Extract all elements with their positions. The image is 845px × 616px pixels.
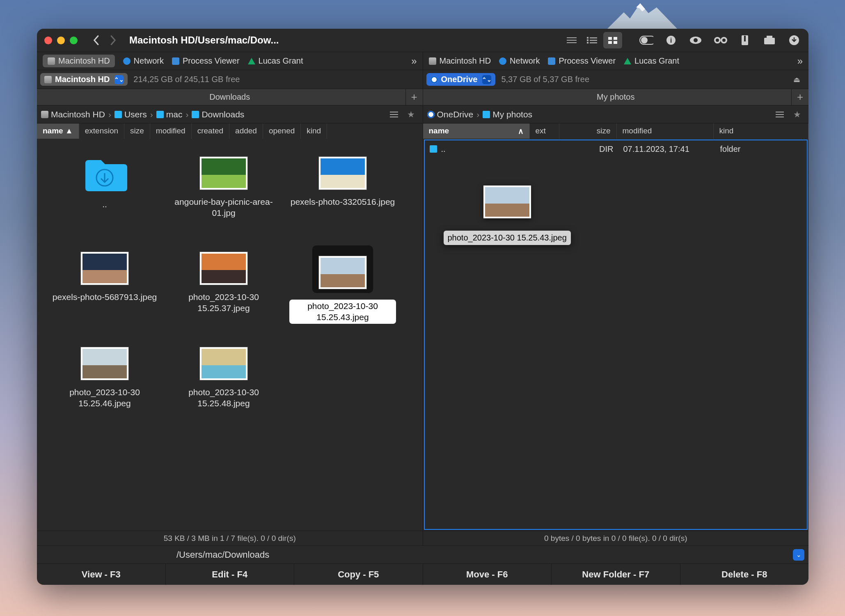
list-row[interactable]: ..DIR07.11.2023, 17:41folder — [425, 140, 807, 158]
view-columns-button[interactable] — [583, 32, 602, 48]
column-header-ext[interactable]: ext — [530, 124, 559, 139]
pane-right[interactable]: ..DIR07.11.2023, 17:41folder photo_2023-… — [423, 139, 809, 531]
thumbnail — [319, 256, 366, 289]
nav-forward-button[interactable] — [105, 33, 120, 48]
favorites-overflow[interactable]: » — [797, 55, 803, 67]
file-item[interactable]: angourie-bay-picnic-area-01.jpg — [164, 150, 283, 245]
file-label: pexels-photo-3320516.jpeg — [291, 196, 395, 207]
close-button[interactable] — [44, 37, 52, 44]
favorite-process-viewer[interactable]: Process Viewer — [172, 56, 240, 66]
list-mode-icon[interactable] — [772, 107, 787, 122]
drive-selector-right[interactable]: OneDrive ⌃⌄ — [426, 73, 496, 86]
fkey-delete-f8[interactable]: Delete - F8 — [680, 564, 809, 585]
file-item[interactable]: pexels-photo-3320516.jpeg — [283, 150, 402, 245]
download-button[interactable] — [787, 33, 801, 47]
search-button[interactable] — [713, 33, 727, 47]
svg-rect-50 — [485, 204, 529, 217]
breadcrumb-seg[interactable]: Macintosh HD — [41, 110, 105, 119]
favorite-label: Process Viewer — [183, 56, 240, 66]
toggle-hidden-button[interactable] — [639, 33, 653, 47]
file-label: photo_2023-10-30 15.25.48.jpeg — [170, 387, 277, 409]
svg-rect-4 — [587, 39, 589, 41]
file-item[interactable]: photo_2023-10-30 15.25.46.jpeg — [45, 341, 164, 436]
file-item[interactable]: photo_2023-10-30 15.25.37.jpeg — [164, 245, 283, 341]
free-space-right: 5,37 GB of 5,37 GB free — [501, 75, 589, 84]
archive-button[interactable] — [738, 33, 752, 47]
pane-left[interactable]: ..angourie-bay-picnic-area-01.jpgpexels-… — [37, 139, 423, 531]
breadcrumb-seg[interactable]: Users — [114, 110, 147, 119]
info-button[interactable]: i — [664, 33, 678, 47]
folder-tab-left[interactable]: Downloads + — [37, 89, 423, 105]
drive-selector-left[interactable]: Macintosh HD ⌃⌄ — [40, 73, 128, 86]
svg-rect-36 — [202, 175, 246, 188]
file-item[interactable]: photo_2023-10-30 15.25.48.jpeg — [164, 341, 283, 436]
drive-icon — [429, 57, 436, 65]
favorites-overflow[interactable]: » — [411, 55, 417, 67]
column-header-modified[interactable]: modified — [617, 124, 714, 139]
folder-icon — [483, 111, 490, 118]
fkey-view-f3[interactable]: View - F3 — [37, 564, 166, 585]
favorite-label: Network — [510, 56, 540, 66]
breadcrumb-label: Users — [124, 110, 147, 119]
path-bar[interactable]: /Users/mac/Downloads ⌄ — [37, 545, 808, 563]
svg-rect-46 — [82, 365, 127, 378]
favorite-macintosh-hd[interactable]: Macintosh HD — [43, 55, 115, 67]
column-header-extension[interactable]: extension — [79, 124, 124, 139]
column-header-kind[interactable]: kind — [714, 124, 809, 139]
view-icons-button[interactable] — [603, 32, 622, 48]
breadcrumb-seg[interactable]: OneDrive — [427, 110, 474, 119]
eject-button[interactable]: ⏏ — [793, 75, 800, 84]
favorite-lucas-grant[interactable]: Lucas Grant — [248, 56, 303, 66]
onedrive-icon — [431, 76, 438, 83]
quicklook-button[interactable] — [689, 33, 703, 47]
fkey-copy-f5[interactable]: Copy - F5 — [294, 564, 423, 585]
svg-rect-11 — [608, 41, 612, 44]
column-header-added[interactable]: added — [229, 124, 263, 139]
column-header-name[interactable]: name ▲ — [37, 124, 79, 139]
breadcrumb-seg[interactable]: mac — [156, 110, 183, 119]
fkey-edit-f4[interactable]: Edit - F4 — [166, 564, 295, 585]
favorite-network[interactable]: Network — [123, 56, 164, 66]
column-header-created[interactable]: created — [192, 124, 229, 139]
fkey-move-f6[interactable]: Move - F6 — [423, 564, 552, 585]
fkey-new-folder-f7[interactable]: New Folder - F7 — [552, 564, 680, 585]
column-header-kind[interactable]: kind — [301, 124, 327, 139]
breadcrumb-seg[interactable]: My photos — [483, 110, 532, 119]
folder-tab-right[interactable]: My photos + — [423, 89, 809, 105]
drive-name: Macintosh HD — [55, 75, 110, 84]
column-header-size[interactable]: size — [124, 124, 150, 139]
new-tab-right[interactable]: + — [791, 89, 808, 105]
column-header-opened[interactable]: opened — [263, 124, 301, 139]
dropdown-icon: ⌃⌄ — [482, 75, 491, 84]
favorite-network[interactable]: Network — [499, 56, 540, 66]
favorite-macintosh-hd[interactable]: Macintosh HD — [429, 56, 491, 66]
share-button[interactable] — [763, 33, 776, 47]
view-list-button[interactable] — [562, 32, 581, 48]
file-item[interactable]: pexels-photo-5687913.jpeg — [45, 245, 164, 341]
onedrive-icon — [427, 111, 435, 118]
column-header-modified[interactable]: modified — [150, 124, 192, 139]
favorite-lucas-grant[interactable]: Lucas Grant — [624, 56, 679, 66]
file-label: angourie-bay-picnic-area-01.jpg — [170, 196, 277, 219]
favorite-star-icon[interactable]: ★ — [404, 107, 419, 122]
file-item[interactable]: photo_2023-10-30 15.25.43.jpeg — [283, 245, 402, 341]
minimize-button[interactable] — [57, 37, 65, 44]
new-tab-left[interactable]: + — [405, 89, 423, 105]
breadcrumb-seg[interactable]: Downloads — [192, 110, 244, 119]
svg-rect-12 — [614, 41, 617, 44]
favorite-label: Network — [134, 56, 164, 66]
column-header-name[interactable]: name∧ — [423, 124, 530, 139]
breadcrumb-left: Macintosh HD›Users›mac›Downloads ★ — [37, 105, 423, 123]
favorite-process-viewer[interactable]: Process Viewer — [548, 56, 616, 66]
nav-back-button[interactable] — [89, 33, 104, 48]
list-mode-icon[interactable] — [387, 107, 401, 122]
breadcrumb-label: OneDrive — [437, 110, 474, 119]
file-item[interactable]: .. — [45, 150, 164, 245]
favorite-star-icon[interactable]: ★ — [790, 107, 804, 122]
zoom-button[interactable] — [70, 37, 78, 44]
column-header-size[interactable]: size — [559, 124, 617, 139]
status-left: 53 KB / 3 MB in 1 / 7 file(s). 0 / 0 dir… — [37, 531, 423, 545]
path-dropdown[interactable]: ⌄ — [793, 549, 804, 561]
svg-rect-37 — [321, 158, 365, 175]
file-label: photo_2023-10-30 15.25.43.jpeg — [289, 300, 396, 324]
